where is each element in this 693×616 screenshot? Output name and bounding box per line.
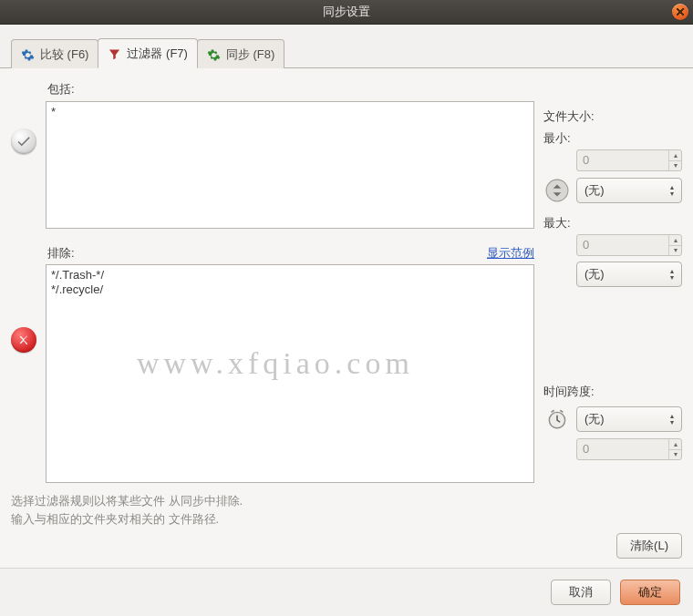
tab-strip: 比较 (F6) 过滤器 (F7) 同步 (F8) <box>0 25 693 68</box>
tab-compare[interactable]: 比较 (F6) <box>11 39 98 68</box>
spin-down[interactable]: ▾ <box>669 246 681 256</box>
svg-point-0 <box>546 180 568 201</box>
updown-arrows-icon <box>543 177 571 204</box>
max-unit-combo[interactable]: (无) ▴▾ <box>576 262 682 287</box>
ok-button[interactable]: 确定 <box>620 580 680 605</box>
include-textarea[interactable] <box>46 101 534 229</box>
include-badge-icon <box>11 128 36 154</box>
tab-label: 同步 (F8) <box>226 46 274 63</box>
spin-up[interactable]: ▴ <box>669 150 681 161</box>
title-bar: 同步设置 <box>0 0 693 25</box>
timespan-unit-combo[interactable]: (无) ▴▾ <box>576 406 682 432</box>
clock-icon <box>543 406 571 433</box>
funnel-icon <box>108 47 121 61</box>
tab-label: 比较 (F6) <box>40 46 88 63</box>
hint-text: 选择过滤器规则以将某些文件 从同步中排除. 输入与相应的文件夹对相关的 文件路径… <box>11 492 534 529</box>
max-size-input[interactable]: 0 ▴▾ <box>576 234 682 256</box>
close-button[interactable] <box>672 4 688 20</box>
clear-button[interactable]: 清除(L) <box>616 533 682 559</box>
tab-filter[interactable]: 过滤器 (F7) <box>98 38 197 68</box>
exclude-badge-icon <box>11 327 36 353</box>
show-example-link[interactable]: 显示范例 <box>487 245 534 262</box>
dialog-footer: 取消 确定 <box>0 568 693 616</box>
spin-down[interactable]: ▾ <box>669 161 681 171</box>
gear-icon <box>207 48 221 62</box>
exclude-textarea[interactable] <box>46 264 534 483</box>
min-label: 最小: <box>543 130 682 147</box>
timespan-label: 时间跨度: <box>543 384 682 400</box>
timespan-value-input[interactable]: 0 ▴▾ <box>576 438 682 460</box>
tab-label: 过滤器 (F7) <box>127 46 187 62</box>
spin-down[interactable]: ▾ <box>669 450 681 460</box>
spin-up[interactable]: ▴ <box>669 439 681 450</box>
exclude-label: 排除: <box>47 245 75 262</box>
window-title: 同步设置 <box>323 4 370 20</box>
cancel-button[interactable]: 取消 <box>551 580 611 605</box>
tab-sync[interactable]: 同步 (F8) <box>197 39 284 68</box>
min-size-input[interactable]: 0 ▴▾ <box>576 149 682 171</box>
spin-up[interactable]: ▴ <box>669 235 681 246</box>
gear-icon <box>21 48 35 62</box>
filesize-label: 文件大小: <box>543 108 682 125</box>
max-label: 最大: <box>543 215 682 231</box>
min-unit-combo[interactable]: (无) ▴▾ <box>576 178 682 203</box>
include-label: 包括: <box>47 81 534 98</box>
